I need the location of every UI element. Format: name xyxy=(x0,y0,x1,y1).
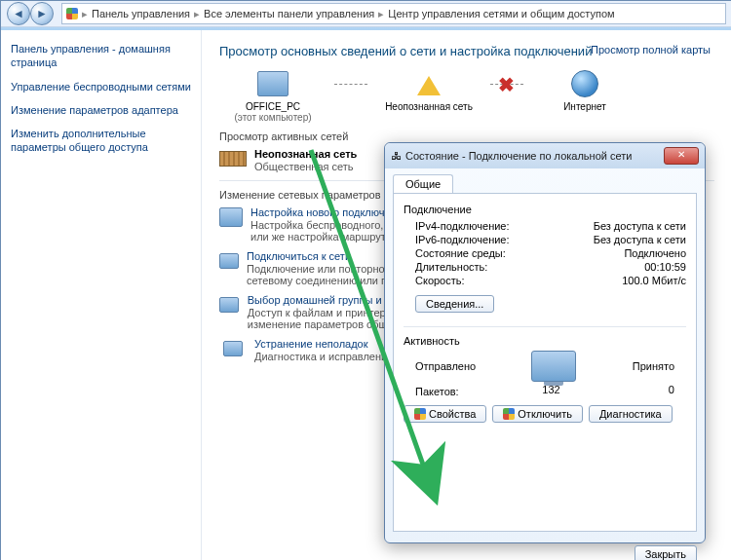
dialog-titlebar[interactable]: 🖧 Состояние - Подключение по локальной с… xyxy=(385,143,705,168)
back-button[interactable]: ◄ xyxy=(7,2,30,25)
kv-key: Длительность: xyxy=(415,261,487,273)
active-network-name: Неопознанная сеть xyxy=(254,148,357,160)
breadcrumb-part[interactable]: Все элементы панели управления xyxy=(204,8,374,19)
node-label: Интернет xyxy=(531,101,638,112)
chevron-right-icon: ▸ xyxy=(194,8,200,20)
divider xyxy=(404,326,686,327)
packets-recv-value: 0 xyxy=(616,384,674,395)
node-label: OFFICE_PC xyxy=(219,101,327,112)
properties-button[interactable]: Свойства xyxy=(404,405,486,423)
control-panel-icon xyxy=(66,8,78,19)
active-network-type: Общественная сеть xyxy=(254,161,357,172)
activity-computer-icon xyxy=(531,351,576,382)
shield-icon xyxy=(503,408,515,420)
node-unknown-network[interactable]: Неопознанная сеть xyxy=(375,68,482,112)
troubleshoot-icon xyxy=(223,341,243,356)
homegroup-icon xyxy=(219,297,239,313)
tab-panel-general: Подключение IPv4-подключение:Без доступа… xyxy=(393,194,697,532)
sidebar: Панель управления - домашняя страница Уп… xyxy=(1,30,202,560)
connect-icon xyxy=(219,253,239,269)
address-bar: ◄ ► ▸ Панель управления ▸ Все элементы п… xyxy=(1,1,731,27)
node-sublabel: (этот компьютер) xyxy=(219,112,327,123)
details-button[interactable]: Сведения... xyxy=(415,295,494,313)
bench-icon xyxy=(219,151,247,167)
breadcrumb-part[interactable]: Центр управления сетями и общим доступом xyxy=(388,8,614,19)
sidebar-link-adapter[interactable]: Изменение параметров адаптера xyxy=(11,103,191,117)
breadcrumb-part[interactable]: Панель управления xyxy=(92,8,190,19)
tab-general[interactable]: Общие xyxy=(393,174,453,193)
network-wizard-icon xyxy=(219,207,243,227)
kv-value: 100.0 Мбит/с xyxy=(622,275,686,286)
disconnected-icon: ✖ xyxy=(498,73,515,96)
close-button[interactable]: ✕ xyxy=(664,147,699,165)
warning-icon xyxy=(417,76,441,95)
computer-icon xyxy=(257,71,289,96)
connection-group-label: Подключение xyxy=(404,204,686,215)
kv-value: Без доступа к сети xyxy=(594,234,686,245)
dialog-title: Состояние - Подключение по локальной сет… xyxy=(405,150,664,162)
view-full-map-link[interactable]: Просмотр полной карты xyxy=(591,44,711,56)
chevron-right-icon: ▸ xyxy=(378,8,384,20)
packets-label: Пакетов: xyxy=(415,386,459,397)
kv-key: IPv6-подключение: xyxy=(415,234,510,245)
forward-button[interactable]: ► xyxy=(30,2,54,25)
button-label: Отключить xyxy=(518,408,572,420)
network-icon: 🖧 xyxy=(391,150,402,162)
sidebar-link-wireless[interactable]: Управление беспроводными сетями xyxy=(11,80,191,93)
network-center-window: ◄ ► ▸ Панель управления ▸ Все элементы п… xyxy=(0,0,731,560)
kv-value: Подключено xyxy=(624,247,686,259)
received-label: Принято xyxy=(633,360,674,372)
tab-strip: Общие xyxy=(393,174,697,194)
sidebar-link-sharing[interactable]: Изменить дополнительные параметры общего… xyxy=(11,127,191,155)
kv-key: IPv4-подключение: xyxy=(415,220,510,232)
kv-key: Состояние среды: xyxy=(415,247,506,259)
network-map: OFFICE_PC (этот компьютер) Неопознанная … xyxy=(219,68,714,123)
kv-key: Скорость: xyxy=(415,275,465,286)
diagnose-button[interactable]: Диагностика xyxy=(589,405,673,423)
connection-status-dialog: 🖧 Состояние - Подключение по локальной с… xyxy=(384,142,706,543)
node-this-pc[interactable]: OFFICE_PC (этот компьютер) xyxy=(219,68,327,123)
chevron-right-icon: ▸ xyxy=(82,8,88,20)
map-connector: ✖ xyxy=(490,84,523,85)
node-label: Неопознанная сеть xyxy=(375,101,482,112)
map-connector xyxy=(334,84,367,85)
globe-icon xyxy=(571,70,598,97)
activity-group-label: Активность xyxy=(404,335,686,347)
shield-icon xyxy=(414,408,426,420)
sent-label: Отправлено xyxy=(415,360,476,372)
close-dialog-button[interactable]: Закрыть xyxy=(635,545,697,560)
node-internet[interactable]: Интернет xyxy=(531,68,638,112)
disable-button[interactable]: Отключить xyxy=(492,405,583,423)
button-label: Свойства xyxy=(429,408,476,420)
breadcrumb[interactable]: ▸ Панель управления ▸ Все элементы панел… xyxy=(61,3,726,24)
active-networks-label: Просмотр активных сетей xyxy=(219,131,714,142)
kv-value: 00:10:59 xyxy=(644,261,686,273)
kv-value: Без доступа к сети xyxy=(594,220,686,232)
sidebar-home-link[interactable]: Панель управления - домашняя страница xyxy=(11,42,191,70)
